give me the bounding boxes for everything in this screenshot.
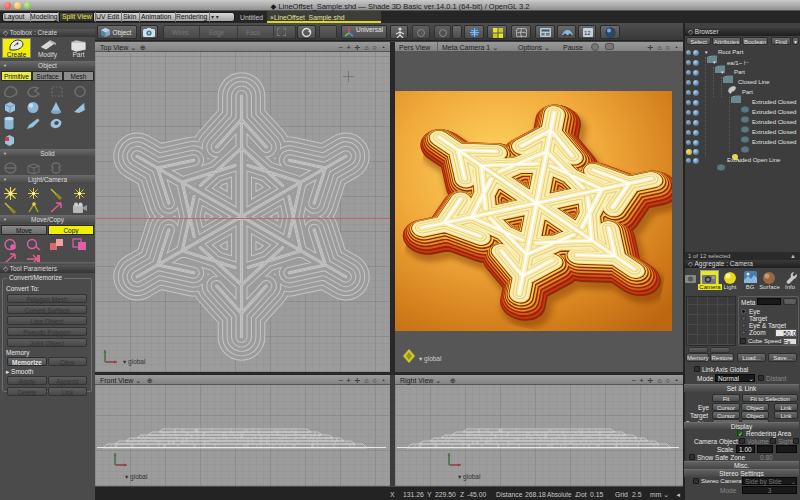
svg-text:12: 12 [584,30,591,36]
